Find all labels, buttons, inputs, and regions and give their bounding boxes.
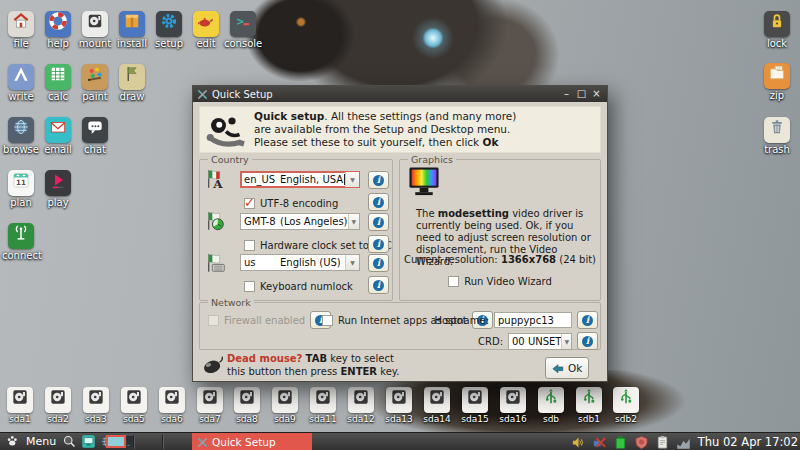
- desktop-icon-lock[interactable]: lock: [758, 8, 796, 49]
- close-button[interactable]: ×: [590, 87, 603, 101]
- ok-button[interactable]: Ok: [545, 357, 589, 379]
- desktop-icon-label: calc: [39, 91, 77, 102]
- hostname-row: Hostname: puppypc13: [435, 312, 599, 328]
- keyboard-info-button[interactable]: [368, 254, 389, 272]
- drive-icon-sda5[interactable]: sda5: [115, 384, 153, 424]
- utc-checkbox[interactable]: [244, 240, 255, 251]
- desktop-icon-plan[interactable]: 11plan: [2, 167, 40, 208]
- keyboard-combo[interactable]: us English (US): [240, 254, 360, 271]
- drive-icon-sda6[interactable]: sda6: [153, 384, 191, 424]
- chevron-down-icon[interactable]: [561, 334, 571, 349]
- country-legend: Country: [208, 154, 252, 165]
- desktop-icon-email[interactable]: email: [39, 114, 77, 155]
- chevron-down-icon[interactable]: [348, 214, 359, 229]
- utf8-row: UTF-8 encoding: [244, 195, 338, 211]
- desktop-icon-browse[interactable]: browse: [2, 114, 40, 155]
- drive-icon-sda9[interactable]: sda9: [266, 384, 304, 424]
- desktop-icon-mount[interactable]: mount: [76, 8, 114, 49]
- run-video-wizard-checkbox[interactable]: [448, 276, 459, 287]
- info-icon: [373, 280, 384, 291]
- hostname-label: Hostname:: [435, 315, 490, 326]
- network-offline-icon[interactable]: [592, 435, 607, 450]
- desktop-icon-connect[interactable]: connect: [2, 220, 40, 261]
- desktop-icon-zip[interactable]: zip: [758, 60, 796, 101]
- drive-icon-sda15[interactable]: sda15: [456, 384, 494, 424]
- spot-checkbox[interactable]: [322, 315, 333, 326]
- desktop-icon-chat[interactable]: chat: [76, 114, 114, 155]
- drive-icon-sda12[interactable]: sda12: [342, 384, 380, 424]
- quick-setup-window: Quick Setup – □ × Quick setup. All these…: [192, 85, 608, 382]
- desktop-icon-help[interactable]: help: [39, 8, 77, 49]
- desktop-icon-draw[interactable]: draw: [113, 61, 151, 102]
- firewall-checkbox[interactable]: [208, 315, 219, 326]
- drive-icon-sdb1[interactable]: sdb1: [570, 384, 608, 424]
- search-icon[interactable]: [62, 434, 77, 449]
- drive-icon-sda14[interactable]: sda14: [418, 384, 456, 424]
- numlock-info-button[interactable]: [368, 276, 389, 294]
- locale-combo[interactable]: en_US English, USA: [240, 171, 360, 188]
- locale-info-button[interactable]: [368, 171, 389, 189]
- drive-icon-sdb2[interactable]: sdb2: [607, 384, 645, 424]
- drive-icon-sda11[interactable]: sda11: [304, 384, 342, 424]
- info-icon: [373, 197, 384, 208]
- drive-icon-sda8[interactable]: sda8: [228, 384, 266, 424]
- clipboard-icon[interactable]: [655, 435, 670, 450]
- crd-select[interactable]: 00 UNSET: [508, 333, 572, 350]
- desktop-icon-label: edit: [187, 38, 225, 49]
- desktop-icon-paint[interactable]: paint: [76, 61, 114, 102]
- cpu-graph-icon[interactable]: [676, 435, 691, 450]
- drive-icon-sda7[interactable]: sda7: [191, 384, 229, 424]
- lifebuoy-icon: [45, 11, 71, 37]
- run-video-wizard-label: Run Video Wizard: [464, 276, 552, 287]
- globe-icon: [8, 117, 34, 143]
- timezone-combo[interactable]: GMT-8 (Los Angeles): [240, 213, 360, 230]
- desktop-icon-calc[interactable]: calc: [39, 61, 77, 102]
- drive-icon-sda2[interactable]: sda2: [39, 384, 77, 424]
- desktop-icon-edit[interactable]: edit: [187, 8, 225, 49]
- utf8-info-button[interactable]: [368, 193, 389, 211]
- hostname-info-button[interactable]: [577, 311, 598, 329]
- crd-info-button[interactable]: [577, 332, 598, 350]
- drive-icon-sdb[interactable]: sdb: [532, 384, 570, 424]
- desktop-icon-file[interactable]: file: [2, 8, 40, 49]
- desktop-icon-trash[interactable]: trash: [758, 114, 796, 155]
- trash-icon: [764, 117, 790, 143]
- firewall-shield-icon[interactable]: [634, 435, 649, 450]
- quick-setup-icon: [197, 437, 208, 448]
- drive-icon-sda3[interactable]: sda3: [77, 384, 115, 424]
- desktop-icon-write[interactable]: write: [2, 61, 40, 102]
- lamp-icon: [193, 11, 219, 37]
- numlock-checkbox[interactable]: [244, 281, 255, 292]
- drive-icon: [159, 387, 185, 413]
- desktop-icon-install[interactable]: install: [113, 8, 151, 49]
- drive-icon: [462, 387, 488, 413]
- locale-flag-icon: A: [204, 168, 228, 190]
- menu-button[interactable]: Menu: [0, 433, 60, 450]
- timezone-info-button[interactable]: [368, 213, 389, 231]
- crd-row: CRD: 00 UNSET: [478, 333, 598, 349]
- battery-icon[interactable]: [613, 435, 628, 450]
- drive-icon-sda1[interactable]: sda1: [1, 384, 39, 424]
- taskbar-clock: Thu 02 Apr 17:02: [698, 435, 798, 449]
- utc-info-button[interactable]: [368, 235, 389, 253]
- minimize-button[interactable]: –: [560, 87, 573, 101]
- drive-label: sda1: [1, 414, 39, 424]
- desktop-icon-label: write: [2, 91, 40, 102]
- dialog-titlebar[interactable]: Quick Setup – □ ×: [193, 86, 607, 102]
- drive-icon-sda13[interactable]: sda13: [380, 384, 418, 424]
- firewall-label: Firewall enabled: [224, 315, 305, 326]
- utf8-checkbox[interactable]: [244, 198, 255, 209]
- chevron-down-icon[interactable]: [345, 255, 359, 270]
- drive-icon-sda16[interactable]: sda16: [494, 384, 532, 424]
- desktop-icon-console[interactable]: >console: [224, 8, 262, 49]
- maximize-button[interactable]: □: [575, 87, 588, 101]
- desktop-icon-label: play: [39, 197, 77, 208]
- volume-icon[interactable]: [571, 435, 586, 450]
- display-settings-icon[interactable]: [81, 434, 96, 449]
- taskbar-window-button[interactable]: Quick Setup: [192, 433, 312, 450]
- hostname-input[interactable]: puppypc13: [494, 312, 572, 328]
- desktop-icon-play[interactable]: play: [39, 167, 77, 208]
- chevron-down-icon[interactable]: [345, 172, 359, 187]
- workspace-pager[interactable]: [106, 435, 126, 448]
- desktop-icon-setup[interactable]: setup: [150, 8, 188, 49]
